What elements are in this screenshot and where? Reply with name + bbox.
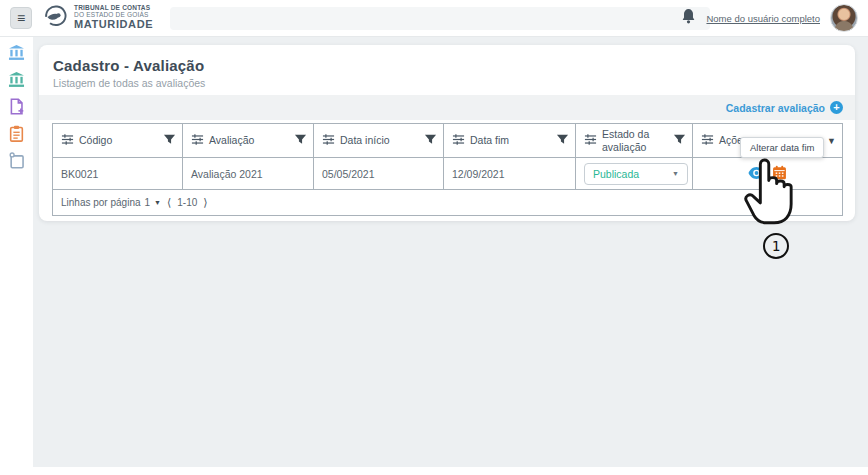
app-root: ≡ TRIBUNAL DE CONTAS DO ESTADO DE GOIÁS …: [0, 0, 868, 475]
sidebar-item-note-icon[interactable]: [8, 152, 25, 169]
rows-per-page-caret-icon[interactable]: ▼: [154, 199, 161, 206]
eye-logo-icon: [42, 4, 69, 32]
plus-circle-icon: +: [830, 101, 843, 114]
page-subtitle: Listagem de todas as avaliações: [53, 77, 841, 89]
pagination-row: Linhas por página 1 ▼ ⟨ 1-10 ⟩: [53, 190, 843, 216]
left-sidebar: [0, 37, 33, 475]
cell-codigo: BK0021: [53, 158, 183, 190]
app-logo: TRIBUNAL DE CONTAS DO ESTADO DE GOIÁS MA…: [42, 4, 153, 32]
header-right-group: Nome do usuário completo: [681, 4, 858, 32]
hamburger-menu-icon[interactable]: ≡: [10, 7, 32, 29]
sidebar-item-bank-teal-icon[interactable]: [8, 71, 25, 88]
previous-page-icon[interactable]: ⟨: [165, 196, 173, 209]
filter-funnel-icon[interactable]: [294, 132, 307, 150]
column-label: Código: [79, 134, 112, 146]
column-label: Data início: [340, 134, 390, 146]
column-settings-icon[interactable]: [584, 132, 597, 150]
header-toolbar-placeholder: [170, 7, 710, 30]
cadastro-avaliacao-card: Cadastro - Avaliação Listagem de todas a…: [39, 45, 855, 221]
chevron-down-icon: ▼: [672, 170, 679, 177]
column-header-avaliacao: Avaliação: [183, 124, 314, 158]
rows-per-page-value[interactable]: 1: [145, 197, 151, 208]
estado-dropdown[interactable]: Publicada ▼: [584, 163, 688, 185]
column-settings-icon[interactable]: [191, 132, 204, 150]
logo-line-3: MATURIDADE: [74, 19, 153, 31]
column-settings-icon[interactable]: [701, 132, 714, 150]
filter-funnel-icon[interactable]: [673, 132, 686, 150]
column-settings-icon[interactable]: [61, 132, 74, 150]
filter-funnel-icon[interactable]: [163, 132, 176, 150]
sidebar-item-clipboard-icon[interactable]: [8, 125, 25, 142]
estado-value: Publicada: [593, 168, 639, 180]
hand-cursor-icon: [741, 152, 799, 236]
cell-data-inicio: 05/05/2021: [314, 158, 444, 190]
bell-icon[interactable]: [681, 8, 696, 28]
column-settings-icon[interactable]: [322, 132, 335, 150]
table-row: BK0021 Avaliação 2021 05/05/2021 12/09/2…: [53, 158, 843, 190]
logo-text: TRIBUNAL DE CONTAS DO ESTADO DE GOIÁS MA…: [74, 5, 153, 30]
top-header: ≡ TRIBUNAL DE CONTAS DO ESTADO DE GOIÁS …: [0, 0, 868, 37]
cadastrar-avaliacao-button[interactable]: Cadastrar avaliação +: [726, 101, 843, 114]
column-label: Data fim: [470, 134, 509, 146]
column-label: Avaliação: [209, 134, 254, 146]
user-name-link[interactable]: Nome do usuário completo: [706, 13, 820, 24]
column-settings-icon[interactable]: [452, 132, 465, 150]
table-container: Código: [39, 120, 855, 216]
page-range: 1-10: [177, 197, 197, 208]
column-header-codigo: Código: [53, 124, 183, 158]
avaliacoes-table: Código: [52, 123, 843, 216]
cell-estado: Publicada ▼: [576, 158, 693, 190]
page-title: Cadastro - Avaliação: [53, 57, 841, 74]
cell-data-fim: 12/09/2021: [444, 158, 576, 190]
card-toolbar: Cadastrar avaliação +: [39, 95, 855, 120]
sidebar-item-document-add-icon[interactable]: [8, 98, 25, 115]
column-header-data-fim: Data fim: [444, 124, 576, 158]
column-header-data-inicio: Data início: [314, 124, 444, 158]
next-page-icon[interactable]: ⟩: [201, 196, 209, 209]
pagination-cell: Linhas por página 1 ▼ ⟨ 1-10 ⟩: [53, 190, 843, 216]
column-label: Estado da avaliação: [602, 128, 660, 152]
cell-avaliacao: Avaliação 2021: [183, 158, 314, 190]
rows-per-page-label: Linhas por página: [61, 197, 141, 208]
filter-funnel-icon[interactable]: [556, 132, 569, 150]
cadastrar-avaliacao-label: Cadastrar avaliação: [726, 102, 825, 114]
main-content: Cadastro - Avaliação Listagem de todas a…: [33, 37, 868, 467]
filter-caret-icon[interactable]: ▼: [827, 136, 836, 146]
step-annotation: 1: [763, 233, 789, 259]
sidebar-item-bank-blue-icon[interactable]: [8, 44, 25, 61]
filter-funnel-icon[interactable]: [424, 132, 437, 150]
avatar[interactable]: [830, 4, 858, 32]
column-header-estado: Estado da avaliação: [576, 124, 693, 158]
card-header: Cadastro - Avaliação Listagem de todas a…: [39, 45, 855, 89]
table-header-row: Código: [53, 124, 843, 158]
